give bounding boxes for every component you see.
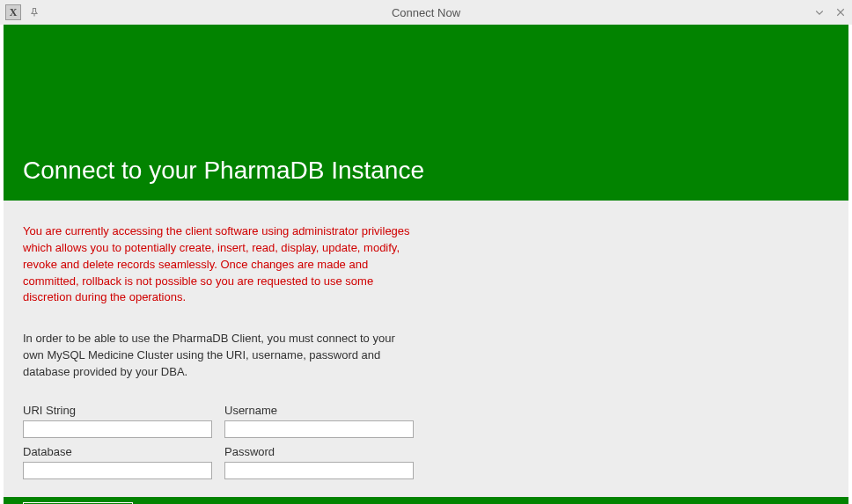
close-icon[interactable] xyxy=(834,6,847,18)
pin-icon[interactable] xyxy=(28,6,40,18)
body-section: You are currently accessing the client s… xyxy=(4,201,848,497)
uri-input[interactable] xyxy=(23,420,212,438)
database-input[interactable] xyxy=(23,462,212,479)
window-title: Connect Now xyxy=(392,6,460,19)
titlebar-left-group: X xyxy=(5,4,40,20)
footer-bar: CONNECT NOW xyxy=(4,497,848,504)
username-input[interactable] xyxy=(224,420,414,438)
connection-info-text: In order to be able to use the PharmaDB … xyxy=(23,331,419,381)
app-icon: X xyxy=(5,4,21,20)
titlebar-right-group xyxy=(813,6,847,18)
chevron-down-icon[interactable] xyxy=(813,6,826,18)
page-title: Connect to your PharmaDB Instance xyxy=(23,157,424,185)
admin-warning-text: You are currently accessing the client s… xyxy=(23,223,419,306)
content-wrap: Connect to your PharmaDB Instance You ar… xyxy=(0,25,852,504)
connection-form: URI String Username Database Password xyxy=(23,398,829,479)
username-label: Username xyxy=(224,404,414,417)
password-input[interactable] xyxy=(224,462,414,479)
password-label: Password xyxy=(224,445,414,458)
uri-label: URI String xyxy=(23,404,212,417)
database-label: Database xyxy=(23,445,212,458)
header-banner: Connect to your PharmaDB Instance xyxy=(4,25,848,201)
titlebar: X Connect Now xyxy=(0,0,852,25)
